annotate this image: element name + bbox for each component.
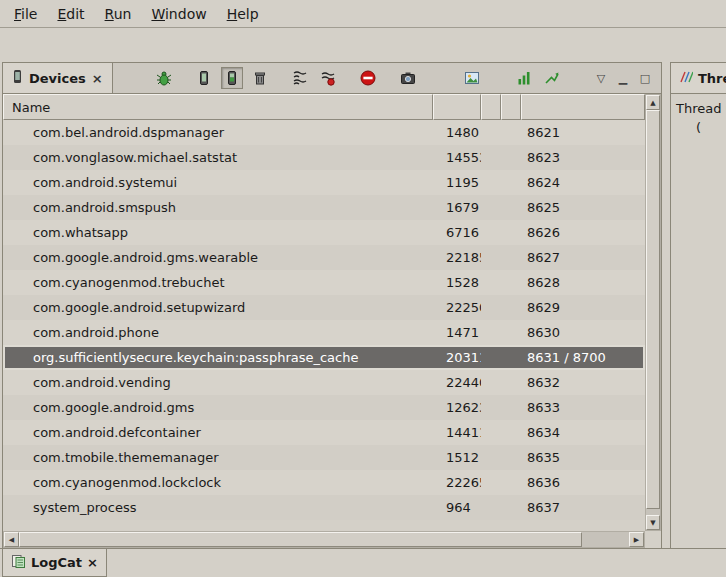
device-icon (11, 69, 24, 87)
process-port: 8635 (521, 450, 645, 465)
horizontal-scroll-thumb[interactable] (19, 532, 582, 547)
process-port: 8629 (521, 300, 645, 315)
process-name: com.android.smspush (3, 200, 433, 215)
process-port: 8624 (521, 175, 645, 190)
method-profiling-icon[interactable] (541, 67, 563, 89)
tab-devices[interactable]: Devices × (3, 63, 113, 93)
vertical-scrollbar[interactable]: ▲ ▼ (645, 94, 661, 531)
process-list: com.bel.android.dspmanager 1480 8621 com… (3, 120, 645, 531)
table-row[interactable]: com.google.android.gms 12623 8633 (3, 395, 645, 420)
tab-logcat[interactable]: LogCat × (2, 549, 107, 577)
process-pid: 1679 (433, 200, 481, 215)
cause-gc-icon[interactable] (249, 67, 271, 89)
process-pid: 20311 (433, 350, 481, 365)
table-row[interactable]: com.cyanogenmod.lockclock 22265 8636 (3, 470, 645, 495)
screen-capture-icon[interactable] (397, 67, 419, 89)
update-heap-icon[interactable] (193, 67, 215, 89)
process-name: com.google.android.gms.wearable (3, 250, 433, 265)
process-pid: 1471 (433, 325, 481, 340)
menubar-item[interactable]: Edit (47, 3, 94, 25)
vertical-scroll-thumb[interactable] (646, 110, 660, 509)
threads-message-line2: ( (671, 118, 726, 137)
table-row[interactable]: com.bel.android.dspmanager 1480 8621 (3, 120, 645, 145)
scroll-down-button[interactable]: ▼ (646, 515, 660, 530)
table-row[interactable]: com.tmobile.thememanager 1512 8635 (3, 445, 645, 470)
start-method-profiling-icon[interactable] (317, 67, 339, 89)
scroll-right-button[interactable]: ▶ (629, 532, 644, 547)
process-port: 8631 / 8700 (521, 350, 645, 365)
process-name: com.android.defcontainer (3, 425, 433, 440)
table-row[interactable]: com.android.vending 22440 8632 (3, 370, 645, 395)
view-menu-icon[interactable]: ▽ (593, 67, 609, 89)
table-row[interactable]: com.google.android.gms.wearable 22185 86… (3, 245, 645, 270)
table-row[interactable]: com.android.defcontainer 14411 8634 (3, 420, 645, 445)
process-pid: 22440 (433, 375, 481, 390)
table-row[interactable]: com.android.systemui 1195 8624 (3, 170, 645, 195)
table-row[interactable]: com.google.android.setupwizard 22250 862… (3, 295, 645, 320)
maximize-icon[interactable]: □ (637, 67, 653, 89)
process-name: com.tmobile.thememanager (3, 450, 433, 465)
tab-devices-label: Devices (29, 71, 86, 86)
tab-threads[interactable]: Threads (671, 63, 726, 93)
close-icon[interactable]: × (87, 555, 98, 570)
table-row[interactable]: com.whatsapp 6716 8626 (3, 220, 645, 245)
stop-process-icon[interactable] (357, 67, 379, 89)
column-header-name[interactable]: Name (3, 94, 433, 120)
process-name: com.cyanogenmod.lockclock (3, 475, 433, 490)
column-header-pid[interactable] (433, 94, 481, 120)
logcat-icon (11, 554, 26, 572)
process-pid: 6716 (433, 225, 481, 240)
process-pid: 14411 (433, 425, 481, 440)
logcat-bar: LogCat × (0, 548, 726, 577)
table-row[interactable]: com.android.phone 1471 8630 (3, 320, 645, 345)
threads-tabbar: Threads (671, 63, 726, 94)
menubar-item[interactable]: File (4, 3, 47, 25)
scrollbar-corner (645, 531, 661, 548)
column-header[interactable] (481, 94, 501, 120)
threads-message: Thread up ( (671, 94, 726, 137)
process-name: com.bel.android.dspmanager (3, 125, 433, 140)
process-port: 8626 (521, 225, 645, 240)
minimize-icon[interactable]: ▁ (615, 67, 631, 89)
close-icon[interactable]: × (91, 71, 104, 86)
system-info-icon[interactable] (461, 67, 483, 89)
table-row[interactable]: com.vonglasow.michael.satstat 14553 8623 (3, 145, 645, 170)
table-row[interactable]: com.android.smspush 1679 8625 (3, 195, 645, 220)
tab-threads-label: Threads (698, 71, 726, 86)
allocation-tracker-icon[interactable] (513, 67, 535, 89)
debug-process-icon[interactable] (153, 67, 175, 89)
threads-icon (679, 70, 693, 87)
devices-view: Devices × (2, 62, 662, 549)
column-header[interactable] (501, 94, 521, 120)
process-pid: 964 (433, 500, 481, 515)
update-threads-icon[interactable] (289, 67, 311, 89)
process-pid: 1528 (433, 275, 481, 290)
column-header-port[interactable] (521, 94, 645, 120)
table-row[interactable]: com.cyanogenmod.trebuchet 1528 8628 (3, 270, 645, 295)
process-pid: 1512 (433, 450, 481, 465)
scroll-up-button[interactable]: ▲ (646, 95, 660, 110)
process-port: 8623 (521, 150, 645, 165)
process-table: Name com.bel.android.dspmanager 1480 862… (3, 94, 661, 548)
process-name: com.google.android.gms (3, 400, 433, 415)
menubar-item[interactable]: Help (217, 3, 269, 25)
process-port: 8632 (521, 375, 645, 390)
scroll-left-button[interactable]: ◀ (4, 532, 19, 547)
process-pid: 22265 (433, 475, 481, 490)
process-port: 8625 (521, 200, 645, 215)
process-name: com.google.android.setupwizard (3, 300, 433, 315)
process-name: com.android.phone (3, 325, 433, 340)
horizontal-scrollbar[interactable]: ◀ ▶ (3, 531, 645, 548)
process-port: 8628 (521, 275, 645, 290)
process-pid: 22185 (433, 250, 481, 265)
menubar-item[interactable]: Run (95, 3, 142, 25)
table-row[interactable]: system_process 964 8637 (3, 495, 645, 520)
menubar-item[interactable]: Window (141, 3, 216, 25)
process-port: 8634 (521, 425, 645, 440)
process-port: 8637 (521, 500, 645, 515)
process-name: org.sufficientlysecure.keychain:passphra… (3, 350, 433, 365)
process-port: 8636 (521, 475, 645, 490)
dump-hprof-icon[interactable] (221, 67, 243, 89)
table-row[interactable]: org.sufficientlysecure.keychain:passphra… (3, 345, 645, 370)
process-port: 8621 (521, 125, 645, 140)
